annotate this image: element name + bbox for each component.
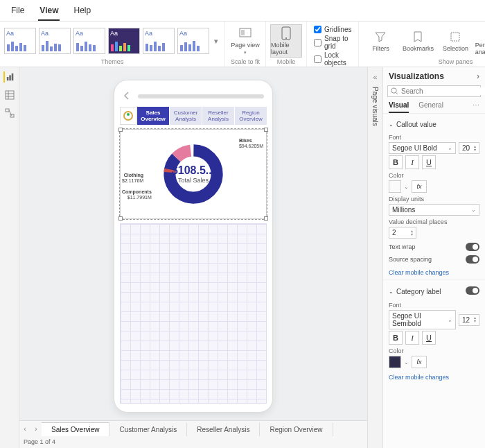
label-text-wrap: Text wrap	[389, 243, 416, 250]
svg-rect-8	[11, 74, 13, 80]
phone-tab-customer[interactable]: Customer Analysis	[170, 107, 202, 125]
tab-general[interactable]: General	[418, 101, 443, 113]
sheet-tab-region[interactable]: Region Overview	[260, 422, 333, 436]
fx-button[interactable]: fx	[412, 180, 427, 193]
sheet-prev[interactable]: ‹	[19, 425, 30, 433]
svg-rect-4	[451, 33, 459, 41]
selection-button[interactable]: Selection	[438, 24, 473, 58]
page-view-icon	[238, 26, 252, 40]
svg-rect-1	[241, 30, 245, 35]
svg-point-21	[391, 88, 396, 93]
search-input[interactable]	[401, 87, 485, 95]
left-rail	[0, 67, 19, 448]
svg-point-3	[285, 37, 287, 39]
back-icon[interactable]	[123, 92, 132, 101]
section-callout-value[interactable]: ⌄Callout value	[389, 118, 479, 131]
sheet-next[interactable]: ›	[30, 425, 42, 433]
svg-rect-9	[6, 91, 14, 99]
model-view-icon[interactable]	[4, 107, 15, 119]
section-category-label[interactable]: ⌄Category label	[389, 284, 479, 299]
label-source-spacing: Source spacing	[389, 256, 432, 263]
phone-tab-sales[interactable]: Sales Overview	[137, 107, 169, 125]
report-view-icon[interactable]	[3, 71, 15, 83]
visualizations-pane: Visualizations › Visual General ⋯ ⌄Callo…	[382, 67, 485, 448]
font-family-select-cat[interactable]: Segoe UI Semibold⌄	[389, 310, 456, 329]
bookmark-icon	[411, 30, 425, 44]
text-wrap-toggle[interactable]	[466, 243, 479, 251]
mobile-phone-frame: Sales Overview Customer Analysis Reselle…	[114, 80, 273, 413]
theme-swatch-4[interactable]: Aa	[108, 28, 140, 54]
sheet-tab-customer[interactable]: Customer Analysis	[109, 422, 187, 436]
tab-visual[interactable]: Visual	[389, 101, 409, 113]
phone-tab-reseller[interactable]: Reseller Analysis	[202, 107, 234, 125]
menu-view[interactable]: View	[38, 3, 60, 21]
gridlines-checkbox[interactable]: Gridlines	[314, 26, 351, 33]
color-dropdown-cat[interactable]: ⌄	[404, 359, 409, 365]
phone-tab-region[interactable]: Region Overview	[235, 107, 267, 125]
canvas[interactable]: Sales Overview Customer Analysis Reselle…	[19, 67, 367, 420]
mobile-grid-area[interactable]	[120, 223, 267, 404]
themes-expand[interactable]: ▾	[212, 37, 220, 46]
status-bar: Page 1 of 4	[19, 437, 367, 448]
font-size-input-cat[interactable]: 12▴▾	[459, 314, 479, 326]
page-view-button[interactable]: Page view ▾	[229, 24, 261, 58]
snap-checkbox[interactable]: Snap to grid	[314, 35, 351, 50]
clear-mobile-link[interactable]: Clear mobile changes	[389, 269, 449, 276]
theme-swatch-3[interactable]: Aa	[73, 28, 105, 54]
page-visuals-collapsed[interactable]: « Page visuals	[367, 67, 382, 448]
font-family-select[interactable]: Segoe UI Bold⌄	[389, 142, 456, 154]
fx-button-cat[interactable]: fx	[412, 356, 427, 368]
callout-value: $108.5...	[172, 164, 215, 177]
mobile-layout-button[interactable]: Mobile layout	[270, 24, 302, 58]
data-view-icon[interactable]	[4, 89, 15, 101]
category-label-toggle[interactable]	[466, 286, 479, 295]
group-label-showpanes: Show panes	[439, 58, 473, 67]
lock-checkbox[interactable]: Lock objects	[314, 51, 351, 67]
underline-button[interactable]: U	[422, 155, 436, 169]
sheet-tab-sales[interactable]: Sales Overview	[42, 422, 109, 436]
filters-button[interactable]: Filters	[363, 24, 398, 58]
search-icon	[391, 87, 398, 95]
menu-file[interactable]: File	[10, 3, 26, 21]
source-spacing-toggle[interactable]	[466, 255, 479, 264]
theme-swatch-2[interactable]: Aa	[39, 28, 71, 54]
title-placeholder	[138, 94, 264, 98]
data-label-components: Components$11.7991M	[122, 189, 152, 200]
data-label-clothing: Clothing$2.1176M	[122, 173, 143, 183]
color-swatch-cat[interactable]	[389, 356, 401, 368]
font-size-input[interactable]: 20▴▾	[459, 142, 479, 154]
underline-button-cat[interactable]: U	[422, 331, 436, 345]
callout-label: Total Sales	[172, 177, 215, 184]
more-icon[interactable]: ⋯	[473, 101, 479, 113]
italic-button[interactable]: I	[405, 155, 419, 169]
viz-title: Visualizations	[389, 71, 444, 81]
menubar: File View Help	[0, 0, 485, 21]
color-dropdown[interactable]: ⌄	[404, 184, 409, 190]
decimal-input[interactable]: 2▴▾	[389, 227, 416, 239]
expand-icon[interactable]: «	[373, 73, 377, 81]
clear-mobile-link-cat[interactable]: Clear mobile changes	[389, 374, 449, 381]
data-label-bikes: Bikes$94.6205M	[239, 138, 263, 148]
label-color: Color	[389, 172, 479, 179]
sheet-tab-reseller[interactable]: Reseller Analysis	[187, 422, 260, 436]
italic-button-cat[interactable]: I	[405, 331, 419, 345]
performance-button[interactable]: Performance analyzer	[475, 24, 485, 58]
donut-visual[interactable]: $108.5... Total Sales Bikes$94.6205M Clo…	[120, 129, 267, 219]
display-units-select[interactable]: Millions⌄	[389, 204, 479, 216]
group-label-themes: Themes	[101, 58, 124, 67]
bookmarks-button[interactable]: Bookmarks	[400, 24, 435, 58]
menu-help[interactable]: Help	[72, 3, 92, 21]
selection-icon	[448, 30, 462, 44]
theme-swatch-1[interactable]: Aa	[4, 28, 36, 54]
bold-button-cat[interactable]: B	[389, 331, 403, 345]
theme-swatch-6[interactable]: Aa	[177, 28, 209, 54]
search-box[interactable]	[387, 85, 481, 97]
svg-rect-13	[6, 109, 9, 112]
svg-rect-7	[9, 75, 11, 80]
label-font: Font	[389, 134, 479, 141]
color-swatch[interactable]	[389, 180, 401, 193]
bold-button[interactable]: B	[389, 155, 403, 169]
collapse-icon[interactable]: ›	[477, 71, 479, 81]
logo-icon	[120, 107, 136, 125]
theme-swatch-5[interactable]: Aa	[143, 28, 175, 54]
